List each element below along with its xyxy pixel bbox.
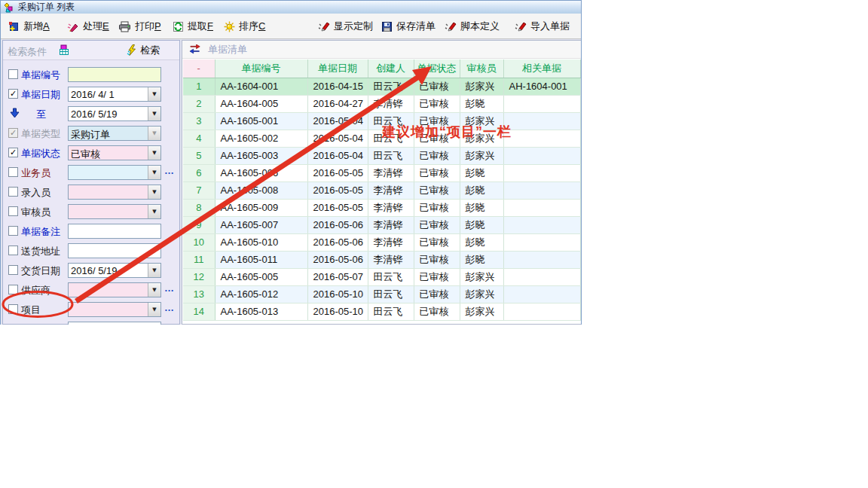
table-row[interactable]: 5AA-1605-0032016-05-04田云飞已审核彭家兴 [183,147,580,164]
column-header-creator[interactable]: 创建人 [368,59,414,78]
save-list-button[interactable]: 保存清单 [378,17,439,35]
filter-input-delivery-address[interactable] [68,243,161,258]
display-customize-button[interactable]: 显示定制 [315,17,376,35]
column-header-rownum[interactable]: - [183,59,215,78]
cell-status: 已审核 [414,147,460,164]
combo-dropdown-icon[interactable]: ▼ [148,185,160,199]
cell-auditor: 彭家兴 [460,78,503,95]
pen-icon [515,21,527,32]
list-panel: 单据清单 -单据编号单据日期创建人单据状态审核员相关单据 1AA-1604-00… [182,40,582,325]
swap-arrows-icon[interactable] [189,44,201,54]
filter-checkbox-doc-status[interactable]: ✓ [8,148,18,157]
filter-checkbox-delivery-date[interactable] [8,265,18,275]
filter-row-delivery-date: 交货日期2016/ 5/19▼ [3,261,179,281]
combo-dropdown-icon[interactable]: ▼ [148,127,160,140]
cell-num: 7 [183,181,215,199]
column-header-status[interactable]: 单据状态 [414,59,460,78]
table-row[interactable]: 1AA-1604-0012016-04-15田云飞已审核彭家兴AH-1604-0… [183,78,580,95]
filter-checkbox-entry-clerk[interactable] [8,187,18,197]
table-row[interactable]: 9AA-1605-0072016-05-06李清铧已审核彭晓 [183,216,580,233]
filter-label-supplier: 供应商 [21,284,50,297]
filter-checkbox-salesman[interactable] [8,167,18,177]
filter-row-doc-status: ✓单据状态已审核▼ [3,144,179,163]
table-row[interactable]: 10AA-1605-0102016-05-06李清铧已审核彭晓 [183,233,580,251]
combo-dropdown-icon[interactable]: ▼ [148,283,160,297]
sort-button[interactable]: 排序C [221,17,268,35]
filter-input-doc-no[interactable] [68,67,161,82]
table-row[interactable]: 14AA-1605-0132016-05-10田云飞已审核彭家兴 [183,303,580,320]
search-button[interactable]: 检索 [110,42,176,58]
filter-combo-entry-clerk[interactable]: ▼ [68,185,161,200]
cell-related [503,303,580,320]
browse-ellipsis-button-project[interactable]: … [164,302,175,313]
filter-input-extra[interactable] [68,322,161,325]
combo-dropdown-icon[interactable]: ▼ [148,107,160,120]
filter-combo-auditor[interactable]: ▼ [68,204,161,219]
filter-checkbox-doc-date[interactable]: ✓ [8,89,18,99]
table-row[interactable]: 6AA-1605-0062016-05-05李清铧已审核彭晓 [183,164,580,181]
table-row[interactable]: 3AA-1605-0012016-05-04田云飞已审核彭家兴 [183,112,580,130]
filter-combo-project[interactable]: ▼ [68,302,161,317]
process-button[interactable]: 处理E [64,17,112,35]
new-button[interactable]: 新增A [5,17,53,35]
cell-related [503,130,580,147]
cell-related [503,112,580,130]
cell-num: 8 [183,199,215,216]
combo-dropdown-icon[interactable]: ▼ [148,166,160,179]
cell-status: 已审核 [414,285,460,303]
filter-checkbox-auditor[interactable] [8,206,18,216]
filter-checkbox-delivery-address[interactable] [8,246,18,255]
column-header-related[interactable]: 相关单据 [503,59,580,78]
filter-combo-salesman[interactable]: ▼ [68,165,161,180]
import-doc-button[interactable]: 导入单据 [512,17,573,35]
cell-creator: 李清铧 [368,199,414,216]
filter-checkbox-doc-type[interactable]: ✓ [8,128,18,138]
table-row[interactable]: 2AA-1604-0052016-04-27李清铧已审核彭晓 [183,95,580,112]
filter-input-doc-remark[interactable] [68,224,161,239]
filter-checkbox-doc-no[interactable] [8,69,18,79]
app-window: 采购订单 列表 新增A 处理E [0,0,582,325]
filter-combo-delivery-date[interactable]: 2016/ 5/19▼ [68,263,161,278]
cell-related [503,199,580,216]
combo-dropdown-icon[interactable]: ▼ [148,264,160,277]
table-row[interactable]: 7AA-1605-0082016-05-05李清铧已审核彭晓 [183,181,580,199]
filter-checkbox-doc-remark[interactable] [8,226,18,236]
filter-combo-value-delivery-date: 2016/ 5/19 [69,264,148,277]
filter-checkbox-supplier[interactable] [8,285,18,294]
filter-combo-doc-type[interactable]: 采购订单▼ [68,126,161,141]
table-row[interactable]: 12AA-1605-0052016-05-07田云飞已审核彭家兴 [183,268,580,285]
table-row[interactable]: 13AA-1605-0122016-05-10田云飞已审核彭家兴 [183,285,580,303]
filter-checkbox-project[interactable] [8,304,18,314]
cell-doc-date: 2016-05-05 [307,181,368,199]
combo-dropdown-icon[interactable]: ▼ [148,303,160,316]
column-header-doc-date[interactable]: 单据日期 [307,59,368,78]
extract-icon [173,21,184,32]
filter-label-auditor: 审核员 [21,206,50,219]
form-icon[interactable] [59,44,70,56]
table-row[interactable]: 11AA-1605-0112016-05-06李清铧已审核彭晓 [183,251,580,268]
extract-button[interactable]: 提取F [170,17,216,35]
cell-status: 已审核 [414,233,460,251]
script-define-label: 脚本定义 [460,20,500,33]
filter-combo-supplier[interactable]: ▼ [68,282,161,297]
cell-status: 已审核 [414,181,460,199]
table-row[interactable]: 4AA-1605-0022016-05-04田云飞已审核彭家兴 [183,130,580,147]
filter-row-date-to: 至2016/ 5/19▼ [3,105,179,124]
filter-combo-date-to[interactable]: 2016/ 5/19▼ [68,106,161,121]
save-list-label: 保存清单 [396,20,436,33]
combo-dropdown-icon[interactable]: ▼ [148,87,160,101]
print-button[interactable]: 打印P [115,17,164,35]
combo-dropdown-icon[interactable]: ▼ [148,205,160,218]
table-row[interactable]: 8AA-1605-0092016-05-05李清铧已审核彭晓 [183,199,580,216]
column-header-auditor[interactable]: 审核员 [460,59,503,78]
filter-row-doc-no: 单据编号 [3,66,179,85]
filter-combo-doc-date[interactable]: 2016/ 4/ 1▼ [68,87,161,102]
cell-related: AH-1604-001 [503,78,580,95]
browse-ellipsis-button-supplier[interactable]: … [164,282,175,294]
filter-combo-doc-status[interactable]: 已审核▼ [68,145,161,160]
browse-ellipsis-button-salesman[interactable]: … [164,165,175,176]
cell-related [503,164,580,181]
combo-dropdown-icon[interactable]: ▼ [148,146,160,160]
script-define-button[interactable]: 脚本定义 [442,17,503,35]
column-header-doc-no[interactable]: 单据编号 [215,59,307,78]
